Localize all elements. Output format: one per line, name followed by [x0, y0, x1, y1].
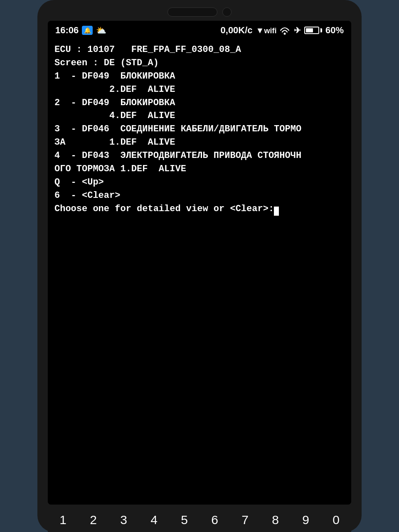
key-0[interactable]: 0: [326, 513, 347, 527]
text-cursor: [274, 207, 279, 216]
camera: [222, 7, 232, 17]
key-1[interactable]: 1: [53, 513, 74, 527]
key-6[interactable]: 6: [204, 513, 225, 527]
terminal-line-5: 2 - DF049 БЛОКИРОВКА: [54, 96, 345, 110]
terminal-line-1: ECU : 10107 FRE_FPA_FF_0300_08_A: [54, 43, 345, 57]
notification-icon: 🔔: [82, 26, 93, 35]
terminal-line-3: 1 - DF049 БЛОКИРОВКА: [54, 70, 345, 83]
terminal-line-10: ОГО ТОРМОЗА 1.DEF ALIVE: [54, 163, 345, 176]
terminal-line-8: ЗА 1.DEF ALIVE: [54, 136, 345, 149]
terminal-line-12: 6 - <Clear>: [54, 189, 345, 202]
key-8[interactable]: 8: [265, 513, 286, 527]
key-9[interactable]: 9: [296, 513, 316, 527]
terminal-line-2: Screen : DE (STD_A): [54, 57, 345, 70]
screen: 16:06 🔔 ⛅ 0,00K/c ▼wifi ✈: [48, 21, 351, 505]
terminal-output: ECU : 10107 FRE_FPA_FF_0300_08_A Screen …: [48, 38, 351, 505]
wifi-icon: ▼wifi: [256, 26, 291, 35]
status-right: 0,00K/c ▼wifi ✈ 60: [221, 25, 344, 36]
time-display: 16:06: [55, 25, 79, 36]
svg-point-0: [283, 33, 286, 35]
key-7[interactable]: 7: [235, 513, 256, 527]
key-3[interactable]: 3: [113, 513, 134, 527]
terminal-line-9: 4 - DF043 ЭЛЕКТРОДВИГАТЕЛЬ ПРИВОДА СТОЯН…: [54, 149, 345, 163]
battery-indicator: [304, 27, 322, 34]
speaker: [167, 7, 217, 17]
terminal-line-6: 4.DEF ALIVE: [54, 109, 345, 123]
battery-percent: 60%: [325, 25, 344, 36]
cloud-icon: ⛅: [96, 25, 106, 35]
terminal-line-4: 2.DEF ALIVE: [54, 83, 345, 96]
keyboard-bar: 1 2 3 4 5 6 7 8 9 0: [48, 509, 351, 532]
terminal-line-11: Q - <Up>: [54, 176, 345, 189]
status-left: 16:06 🔔 ⛅: [55, 25, 106, 36]
terminal-prompt-line[interactable]: Choose one for detailed view or <Clear>:: [54, 202, 345, 216]
status-bar: 16:06 🔔 ⛅ 0,00K/c ▼wifi ✈: [48, 21, 351, 38]
airplane-icon: ✈: [294, 25, 301, 35]
network-speed: 0,00K/c: [221, 25, 253, 36]
key-5[interactable]: 5: [174, 513, 195, 527]
phone-frame: 16:06 🔔 ⛅ 0,00K/c ▼wifi ✈: [37, 0, 362, 532]
terminal-line-7: 3 - DF046 СОЕДИНЕНИЕ КАБЕЛИ/ДВИГАТЕЛЬ ТО…: [54, 123, 345, 136]
key-4[interactable]: 4: [144, 513, 165, 527]
key-2[interactable]: 2: [83, 513, 104, 527]
phone-top: [37, 7, 362, 17]
